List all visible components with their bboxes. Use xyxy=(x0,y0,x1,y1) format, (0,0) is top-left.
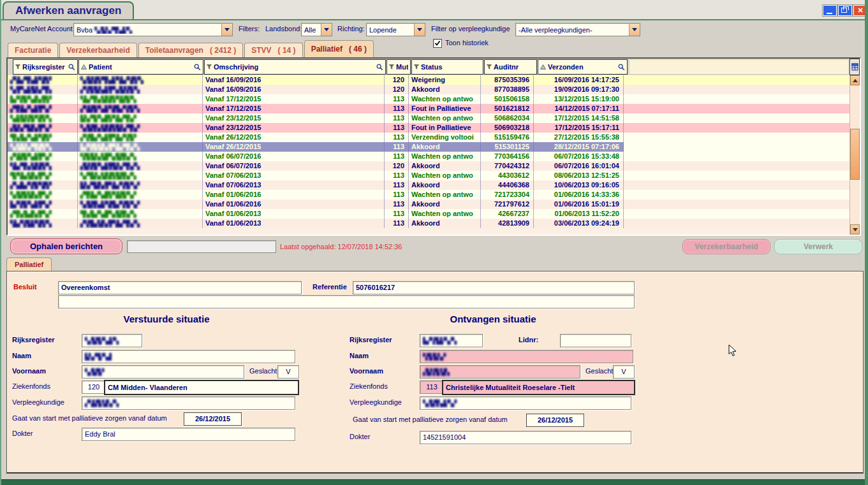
search-icon[interactable] xyxy=(618,64,625,71)
cell-verzonden: 01/06/2016 15:01:19 xyxy=(534,199,624,209)
table-row[interactable]: ▙▞▚▜▞▚▟▚▞▛▞▚▙▞▜▚▞▟▚▛▞▚▙▜▞▚Vanaf 17/12/20… xyxy=(8,94,850,104)
received-start-date-field[interactable]: 26/12/2015 xyxy=(526,414,584,427)
subtab-palliatief[interactable]: Palliatief xyxy=(6,257,52,271)
richting-select[interactable]: Lopende xyxy=(366,23,425,36)
dropdown-button[interactable] xyxy=(321,24,332,36)
received-dokter-field[interactable]: 14521591004 xyxy=(420,431,631,444)
mycarenet-account-select[interactable]: Bvba ▚▞▙▚▞▜▚▟▞▚ xyxy=(73,23,233,36)
vertical-scrollbar[interactable] xyxy=(850,75,860,235)
table-row[interactable]: ▞▚▙▞▜▚▟▞▚▛▞▚▞▙▚▛▞▜▚▟▞▚▙▞▚▛▞▚Vanaf 16/09/… xyxy=(8,75,850,85)
column-header-patient[interactable]: Patient xyxy=(78,59,203,75)
tab-toiletaanvragen[interactable]: Toiletaanvragen ( 2412 ) xyxy=(138,43,244,57)
table-row[interactable]: ▚▞▛▚▟▞▙▚▞▜▚▞▚▜▞▙▚▟▞▛▚▞▙▚▜▞▚Vanaf 16/09/2… xyxy=(8,85,850,94)
received-ziekenfonds-name-field[interactable]: Christelijke Mutualiteit Roeselare -Tiel… xyxy=(442,380,635,395)
redacted-text: ▜▚▞▙▞▚▟▞▚▛▞ xyxy=(10,134,50,141)
redacted-account-text: ▚▞▙▚▞▜▚▟▞▚ xyxy=(94,27,131,34)
sent-voornaam-field[interactable]: ▚▞▙▜▞ xyxy=(82,365,244,379)
received-verpleegkundige-field[interactable]: ▚▞▙▜▚▟▞▚▞ xyxy=(420,396,631,410)
column-label: Verzonden xyxy=(548,63,616,71)
scroll-up-button[interactable] xyxy=(850,75,860,85)
sent-dokter-label: Dokter xyxy=(12,430,33,437)
besluit-field[interactable]: Overeenkomst xyxy=(58,281,302,294)
table-row[interactable]: ▙▞▚▜▞▚▟▞▛▚▞▚▞▙▜▚▟▞▚▛▙▞▚▜▞▚▞Vanaf 01/06/2… xyxy=(8,199,850,209)
received-naam-field[interactable]: ▚▜▞▙▚▞ xyxy=(420,350,633,363)
table-row[interactable]: ▚▙▞▜▚▞▟▚▛▞▚▞▙▚▜▞▚▟▞▛▙▚▞▜▚▞▚Vanaf 06/07/2… xyxy=(8,161,850,171)
sent-ziekenfonds-code-field[interactable]: 120 xyxy=(82,380,106,394)
tab-palliatief[interactable]: Palliatief ( 46 ) xyxy=(304,40,374,57)
cell-auditnr: 506862034 xyxy=(481,113,534,123)
table-row[interactable]: ▚▙▞▚▜▟▞▚▛▞▚▞▚▜▙▞▟▚▞▛▚▙▞▜▚▞▚Vanaf 01/06/2… xyxy=(8,219,850,228)
last-fetched-label: Laatst opgehaald: 12/07/2018 14:52:36 xyxy=(280,243,402,250)
column-header-verzonden[interactable]: Verzonden xyxy=(538,59,628,75)
verzekerbaarheid-button[interactable]: Verzekerbaarheid xyxy=(682,239,770,254)
column-header-mut[interactable]: Mut xyxy=(386,59,411,75)
sent-verpleegkundige-field[interactable]: ▞▚▙▜▞▟▚▞▚ xyxy=(82,396,295,410)
column-header-auditnr[interactable]: Auditnr xyxy=(484,59,537,75)
table-row[interactable]: ▞▜▚▙▞▚▟▞▛▚▞▞▚▙▜▞▚▟▞▚▛▙▞▚▜▞▚Vanaf 17/12/2… xyxy=(8,104,850,113)
table-row[interactable]: ▞▜▚▞▙▟▚▞▛▚▞▜▚▞▙▞▚▟▛▚▞▙▜▚▞▚Vanaf 01/06/20… xyxy=(8,209,850,219)
column-header-omschrijving[interactable]: Omschrijving xyxy=(204,59,386,75)
lidnr-label: Lidnr: xyxy=(519,336,538,344)
dropdown-button[interactable] xyxy=(414,24,425,36)
table-body: ▞▚▙▞▜▚▟▞▚▛▞▚▞▙▚▛▞▜▚▟▞▚▙▞▚▛▞▚Vanaf 16/09/… xyxy=(8,75,850,235)
table-row[interactable]: ▚▞▟▙▚▞▜▚▛▞▚▙▞▚▜▞▟▚▞▛▚▙▞▜▚▞▚Vanaf 26/12/2… xyxy=(8,142,850,152)
app-window: Afwerken aanvragen ✕ MyCareNet Account B… xyxy=(0,0,868,485)
column-options-button[interactable] xyxy=(850,59,860,75)
search-icon[interactable] xyxy=(376,64,383,71)
sent-geslacht-field[interactable]: V xyxy=(277,365,299,379)
sort-asc-icon[interactable] xyxy=(81,64,87,69)
lidnr-field[interactable] xyxy=(560,334,631,347)
sent-verpleegkundige-label: Verpleegkundige xyxy=(12,398,64,406)
cell-status: Akkoord xyxy=(409,180,481,190)
dropdown-button[interactable] xyxy=(221,24,232,36)
table-row[interactable]: ▞▙▚▞▜▟▚▞▛▚▞▚▞▙▜▚▞▟▚▛▞▙▚▞▜▚▞Vanaf 23/12/2… xyxy=(8,123,850,133)
tab-stvv[interactable]: STVV ( 14 ) xyxy=(244,43,302,57)
sent-ziekenfonds-name-field[interactable]: CM Midden- Vlaanderen xyxy=(104,380,299,395)
minimize-button[interactable] xyxy=(823,5,837,16)
verpleegkundige-filter-select[interactable]: -Alle verpleegkundigen- xyxy=(515,23,640,36)
received-voornaam-field[interactable]: ▞▙▚▜▞▟▚ xyxy=(420,365,580,379)
sort-asc-icon[interactable] xyxy=(540,64,546,69)
received-voornaam-label: Voornaam xyxy=(349,367,383,375)
toon-historiek-checkbox[interactable] xyxy=(433,39,442,48)
sent-start-date-field[interactable]: 26/12/2015 xyxy=(184,412,242,426)
cell-verzonden: 06/07/2016 16:01:04 xyxy=(534,161,624,171)
action-bar: Ophalen berichten Laatst opgehaald: 12/0… xyxy=(1,236,865,257)
sent-dokter-field[interactable]: Eddy Bral xyxy=(82,428,295,441)
table-row[interactable]: ▜▚▞▙▞▚▟▞▚▛▞▞▚▜▙▞▚▟▞▛▚▙▞▚▜▞Vanaf 26/12/20… xyxy=(8,133,850,142)
close-button[interactable]: ✕ xyxy=(853,5,867,16)
table-row[interactable]: ▜▞▚▙▞▟▚▞▛▚▞▚▞▜▙▚▞▟▚▛▞▙▜▚▞▚Vanaf 07/06/20… xyxy=(8,171,850,180)
scroll-thumb[interactable] xyxy=(850,129,860,180)
restore-button[interactable] xyxy=(838,5,852,16)
column-header-status[interactable]: Status xyxy=(411,59,483,75)
row-filler xyxy=(624,142,850,152)
redacted-text: ▚▙▞▚▜▟▞▚▛▞▚ xyxy=(10,220,50,227)
table-row[interactable]: ▚▟▞▙▚▜▞▚▛▞▚▙▚▞▜▞▚▟▛▞▚▙▞▜▚▞Vanaf 23/12/20… xyxy=(8,113,850,123)
verwerk-button[interactable]: Verwerk xyxy=(774,239,862,254)
landsbond-select[interactable]: Alle xyxy=(301,23,332,36)
search-icon[interactable] xyxy=(68,64,75,71)
cell-omschrijving: Vanaf 07/06/2013 xyxy=(203,171,385,180)
tab-verzekerbaarheid[interactable]: Verzekerbaarheid xyxy=(59,43,136,57)
cell-patient: ▙▞▚▜▞▟▚▞▛▚▙▞▜▚▞▚ xyxy=(78,142,203,152)
tab-facturatie[interactable]: Facturatie xyxy=(8,43,58,57)
redacted-text: ▜▞▚▙▞▟▚▞▛▚▞ xyxy=(10,172,50,179)
table-row[interactable]: ▞▚▟▙▞▚▜▞▚▛▞▙▚▞▜▟▚▞▛▚▙▞▚▜▞▚▞Vanaf 07/06/2… xyxy=(8,180,850,190)
scroll-down-button[interactable] xyxy=(850,224,860,235)
table-row[interactable]: ▞▚▙▜▞▚▟▞▛▚▞▚▜▞▙▚▞▟▛▚▞▙▜▚▞▚Vanaf 06/07/20… xyxy=(8,152,850,161)
sent-naam-field[interactable]: ▙▚▞▜▞▚▟ xyxy=(82,350,295,363)
referentie-field[interactable]: 5076016217 xyxy=(353,281,635,294)
besluit-extra-field[interactable] xyxy=(58,295,635,308)
cell-mut: 113 xyxy=(385,142,409,152)
ophalen-berichten-button[interactable]: Ophalen berichten xyxy=(10,238,122,254)
sent-rijksregister-field[interactable]: ▚▞▙▜▞▚▟▞▚ xyxy=(82,334,142,347)
received-rijksregister-field[interactable]: ▙▞▚▜▟▞▚▞▚ xyxy=(420,334,483,347)
table-row[interactable]: ▚▞▙▜▞▟▚▞▛▚▞▞▜▚▙▞▚▟▛▞▚▙▜▞▚▞Vanaf 01/06/20… xyxy=(8,190,850,199)
mouse-cursor xyxy=(728,344,737,359)
dropdown-button[interactable] xyxy=(629,24,640,36)
column-header-rijksregister[interactable]: Rijksregister xyxy=(13,59,78,75)
received-ziekenfonds-code-field[interactable]: 113 xyxy=(420,380,444,394)
search-icon[interactable] xyxy=(194,64,201,71)
cell-patient: ▚▞▜▙▚▞▟▚▛▞▙▜▚▞▚ xyxy=(78,171,203,180)
received-geslacht-field[interactable]: V xyxy=(613,365,635,379)
